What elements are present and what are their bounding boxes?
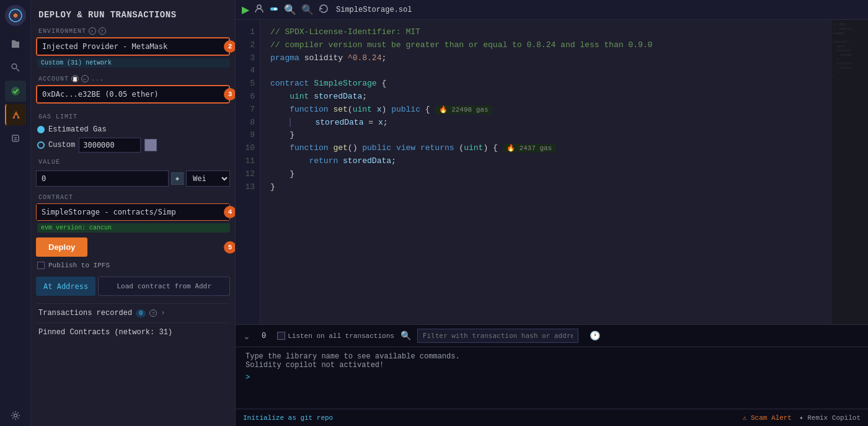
svg-point-9	[14, 414, 17, 417]
active-toggle[interactable]	[269, 4, 279, 16]
sidebar-item-files[interactable]	[5, 33, 26, 55]
code-line-4	[270, 64, 858, 78]
environment-badge: 2	[224, 40, 236, 53]
at-address-row: At Address Load contract from Addr	[36, 277, 230, 296]
code-line-8: storedData = x;	[270, 117, 858, 130]
code-line-7: function set(uint x) public {🔥 22498 gas	[270, 104, 858, 117]
app-logo	[5, 5, 26, 26]
terminal: Type the library name to see available c…	[236, 347, 868, 409]
scroll-down-icon[interactable]: ⌄	[243, 331, 250, 341]
svg-point-1	[14, 14, 17, 17]
txn-clock-icon[interactable]: 🕐	[590, 331, 600, 341]
transactions-section: Transactions recorded 0 ? ›	[36, 303, 230, 322]
contract-select-wrapper: SimpleStorage - contracts/Simp 4	[36, 203, 230, 221]
account-edit-icon[interactable]: ✏	[81, 75, 89, 82]
profile-icon[interactable]	[254, 4, 264, 16]
sidebar-item-deploy[interactable]	[5, 104, 26, 125]
code-line-10: function get() public view returns (uint…	[270, 142, 858, 155]
evm-badge: evm version: cancun	[37, 223, 230, 233]
transactions-row: Transactions recorded 0 ? ›	[38, 309, 228, 317]
network-badge: Custom (31) network	[37, 58, 230, 68]
account-dots: ...	[91, 76, 104, 82]
file-name: SimpleStorage.sol	[336, 6, 412, 14]
code-line-9: }	[270, 129, 858, 142]
txn-filter-input[interactable]	[417, 329, 578, 343]
code-line-13: }	[270, 181, 858, 194]
deploy-button[interactable]: Deploy	[36, 237, 87, 257]
estimated-gas-radio[interactable]	[37, 126, 45, 133]
publish-ipfs-checkbox[interactable]	[37, 262, 45, 269]
status-git-label[interactable]: Initialize as git repo	[243, 414, 333, 422]
icon-bar	[0, 0, 31, 426]
pinned-section: Pinned Contracts (network: 31)	[36, 322, 230, 342]
mini-map: // SPDX // compiler pragma contract { ui…	[831, 20, 868, 324]
account-select-wrapper: 0xDAc...e32BE (0.05 ether) 3	[36, 85, 230, 104]
estimated-gas-option[interactable]: Estimated Gas	[36, 123, 230, 136]
listen-checkbox-row[interactable]: Listen on all transactions	[277, 332, 394, 340]
gas-indicator-set: 🔥 22498 gas	[435, 105, 492, 114]
transactions-info-icon[interactable]: ?	[149, 309, 157, 317]
account-outline: 0xDAc...e32BE (0.05 ether)	[36, 85, 230, 104]
pinned-label: Pinned Contracts (network: 31)	[38, 328, 172, 337]
contract-select[interactable]: SimpleStorage - contracts/Simp	[37, 204, 229, 220]
gas-limit-input[interactable]	[79, 138, 141, 153]
publish-ipfs-label: Publish to IPFS	[48, 262, 110, 269]
status-bar: Initialize as git repo ⚠ Scam Alert ✦ Re…	[236, 409, 868, 426]
environment-help-icon[interactable]: ?	[99, 27, 106, 35]
terminal-line-2: Solidity copilot not activated!	[246, 361, 858, 370]
terminal-prompt-row: >	[246, 373, 858, 382]
environment-info-icon[interactable]: ⚡	[89, 27, 96, 35]
remix-copilot[interactable]: ✦ Remix Copilot	[799, 414, 861, 422]
at-address-button[interactable]: At Address	[36, 277, 95, 296]
refresh-icon[interactable]	[319, 4, 329, 16]
zoom-in-icon[interactable]: 🔍	[284, 4, 296, 16]
unit-select[interactable]: Wei Gwei Ether	[186, 171, 230, 187]
svg-rect-5	[15, 115, 17, 118]
account-select-input[interactable]: 0xDAc...e32BE (0.05 ether)	[42, 90, 224, 99]
deploy-label: Deploy	[48, 242, 75, 252]
run-button[interactable]: ▶	[242, 4, 249, 16]
contract-outline: SimpleStorage - contracts/Simp	[36, 203, 230, 221]
load-contract-button[interactable]: Load contract from Addr	[98, 277, 230, 296]
value-row: ◈ Wei Gwei Ether	[36, 171, 230, 187]
environment-outline: Injected Provider - MetaMask	[36, 37, 230, 56]
estimated-gas-label: Estimated Gas	[48, 125, 107, 134]
deploy-badge: 5	[224, 241, 236, 254]
contract-label: CONTRACT	[36, 189, 230, 203]
gas-indicator-get: 🔥 2437 gas	[503, 144, 556, 153]
account-select[interactable]: 0xDAc...e32BE (0.05 ether)	[37, 86, 229, 103]
environment-select-input[interactable]: Injected Provider - MetaMask	[42, 42, 224, 51]
sidebar-item-debug[interactable]	[5, 128, 26, 149]
sidebar-item-search[interactable]	[5, 57, 26, 78]
txn-search-icon[interactable]: 🔍	[401, 331, 411, 341]
line-numbers: 12345 678910 111213	[236, 20, 260, 324]
gas-limit-label: GAS LIMIT	[36, 109, 230, 123]
editor-toolbar: ▶ 🔍 🔍 SimpleStorage.sol	[236, 0, 868, 20]
publish-ipfs-row[interactable]: Publish to IPFS	[36, 259, 230, 272]
code-content[interactable]: // SPDX-License-Identifier: MIT // compi…	[260, 20, 868, 324]
custom-gas-radio[interactable]	[37, 141, 45, 149]
code-line-11: return storedData;	[270, 155, 858, 168]
value-label: VALUE	[36, 154, 230, 168]
sidebar-item-settings[interactable]	[5, 405, 26, 426]
deploy-wrapper: Deploy 5	[36, 235, 230, 259]
environment-select-wrapper: Injected Provider - MetaMask 2	[36, 37, 230, 56]
svg-point-10	[257, 5, 261, 9]
eth-icon[interactable]: ◈	[171, 172, 184, 185]
transactions-expand-icon[interactable]: ›	[161, 309, 165, 317]
code-line-12: }	[270, 168, 858, 181]
code-editor[interactable]: 12345 678910 111213 // SPDX-License-Iden…	[236, 20, 868, 324]
txn-bar: ⌄ 0 Listen on all transactions 🔍 🕐	[236, 324, 868, 347]
gas-color-swatch[interactable]	[144, 139, 157, 151]
value-input[interactable]	[36, 171, 169, 187]
environment-select[interactable]: Injected Provider - MetaMask	[37, 38, 229, 55]
account-copy-icon[interactable]: 📋	[71, 75, 79, 82]
sidebar-item-check[interactable]	[5, 81, 26, 102]
custom-gas-label: Custom	[48, 141, 75, 149]
txn-count: 0	[257, 332, 271, 340]
listen-checkbox[interactable]	[277, 332, 285, 340]
zoom-out-icon[interactable]: 🔍	[301, 4, 314, 16]
scam-alert[interactable]: ⚠ Scam Alert	[743, 414, 792, 422]
svg-point-2	[12, 64, 17, 69]
editor-area: ▶ 🔍 🔍 SimpleStorage.sol 12345 678910 111…	[236, 0, 868, 426]
